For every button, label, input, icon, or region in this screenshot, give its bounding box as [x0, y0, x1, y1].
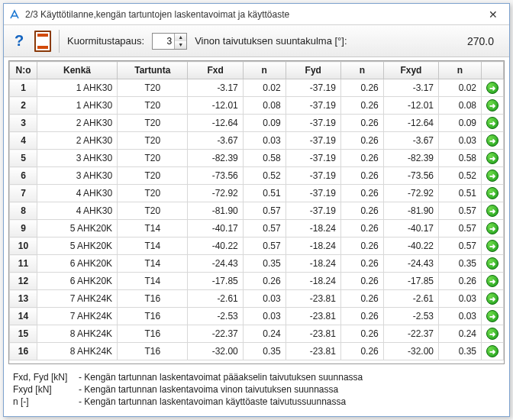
- cell: -37.19: [286, 132, 340, 150]
- cell: -2.53: [383, 308, 438, 325]
- divider: [59, 30, 60, 53]
- cell: 11: [10, 255, 37, 273]
- cell: T14: [118, 237, 188, 255]
- results-grid[interactable]: N:oKenkäTartuntaFxdnFydnFxydn 11 AHK30T2…: [8, 60, 505, 364]
- cell: 2 AHK30: [37, 132, 118, 150]
- go-icon[interactable]: ➜: [486, 187, 498, 199]
- table-row[interactable]: 158 AHK24KT16-22.370.24-23.810.26-22.370…: [10, 325, 504, 343]
- cell: 0.57: [243, 202, 286, 220]
- row-action-cell: ➜: [482, 255, 504, 273]
- cell: T20: [118, 167, 188, 185]
- col-header[interactable]: n: [439, 62, 482, 79]
- cell: -2.61: [188, 290, 243, 308]
- cell: T14: [118, 220, 188, 237]
- cell: 0.26: [340, 290, 383, 308]
- go-icon[interactable]: ➜: [486, 82, 498, 94]
- cell: T16: [118, 290, 188, 308]
- cell: 14: [10, 308, 37, 325]
- row-action-cell: ➜: [482, 185, 504, 202]
- cell: -82.39: [383, 150, 438, 167]
- cell: -32.00: [383, 343, 438, 360]
- cell: T20: [118, 202, 188, 220]
- go-icon[interactable]: ➜: [486, 328, 498, 340]
- row-action-cell: ➜: [482, 167, 504, 185]
- load-case-input[interactable]: [153, 34, 174, 49]
- cell: T20: [118, 132, 188, 150]
- cell: 0.35: [243, 343, 286, 360]
- cell: -37.19: [286, 202, 340, 220]
- go-icon[interactable]: ➜: [486, 310, 498, 322]
- spinner-up-icon[interactable]: ▲: [175, 34, 186, 41]
- go-icon[interactable]: ➜: [486, 117, 498, 129]
- row-action-cell: ➜: [482, 343, 504, 360]
- go-icon[interactable]: ➜: [486, 345, 498, 357]
- row-action-cell: ➜: [482, 237, 504, 255]
- go-icon[interactable]: ➜: [486, 222, 498, 234]
- go-icon[interactable]: ➜: [486, 292, 498, 305]
- col-header[interactable]: Kenkä: [37, 62, 118, 79]
- table-row[interactable]: 74 AHK30T20-72.920.51-37.190.26-72.920.5…: [10, 185, 504, 202]
- table-row[interactable]: 147 AHK24KT16-2.530.03-23.810.26-2.530.0…: [10, 308, 504, 325]
- cell: 2 AHK30: [37, 115, 118, 132]
- col-header[interactable]: N:o: [10, 62, 37, 79]
- table-row[interactable]: 53 AHK30T20-82.390.58-37.190.26-82.390.5…: [10, 150, 504, 167]
- legend-key: Fxyd [kN]: [13, 384, 74, 395]
- go-icon[interactable]: ➜: [486, 205, 498, 217]
- cell: 0.26: [340, 115, 383, 132]
- cell: 0.26: [340, 202, 383, 220]
- col-header[interactable]: n: [243, 62, 286, 79]
- table-row[interactable]: 11 AHK30T20-3.170.02-37.190.26-3.170.02➜: [10, 79, 504, 97]
- col-header[interactable]: Tartunta: [118, 62, 188, 79]
- cell: 0.57: [439, 202, 482, 220]
- col-header[interactable]: Fxyd: [383, 62, 438, 79]
- cell: 3 AHK30: [37, 150, 118, 167]
- cell: 4 AHK30: [37, 202, 118, 220]
- cell: -73.56: [188, 167, 243, 185]
- table-row[interactable]: 105 AHK20KT14-40.220.57-18.240.26-40.220…: [10, 237, 504, 255]
- table-row[interactable]: 137 AHK24KT16-2.610.03-23.810.26-2.610.0…: [10, 290, 504, 308]
- go-icon[interactable]: ➜: [486, 275, 498, 287]
- col-header[interactable]: Fyd: [286, 62, 340, 79]
- table-row[interactable]: 84 AHK30T20-81.900.57-37.190.26-81.900.5…: [10, 202, 504, 220]
- app-icon: [8, 8, 21, 21]
- go-icon[interactable]: ➜: [486, 257, 498, 270]
- cell: 0.03: [243, 290, 286, 308]
- table-row[interactable]: 21 AHK30T20-12.010.08-37.190.26-12.010.0…: [10, 97, 504, 115]
- col-header[interactable]: [482, 62, 504, 79]
- cell: 0.08: [243, 97, 286, 115]
- row-action-cell: ➜: [482, 290, 504, 308]
- cell: -3.67: [188, 132, 243, 150]
- table-row[interactable]: 42 AHK30T20-3.670.03-37.190.26-3.670.03➜: [10, 132, 504, 150]
- table-row[interactable]: 32 AHK30T20-12.640.09-37.190.26-12.640.0…: [10, 115, 504, 132]
- column-icon[interactable]: [34, 31, 51, 52]
- go-icon[interactable]: ➜: [486, 134, 498, 147]
- row-action-cell: ➜: [482, 273, 504, 290]
- table-row[interactable]: 95 AHK20KT14-40.170.57-18.240.26-40.170.…: [10, 220, 504, 237]
- cell: -37.19: [286, 185, 340, 202]
- cell: 0.35: [243, 255, 286, 273]
- table-row[interactable]: 116 AHK20KT14-24.430.35-18.240.26-24.430…: [10, 255, 504, 273]
- go-icon[interactable]: ➜: [486, 152, 498, 164]
- col-header[interactable]: n: [340, 62, 383, 79]
- go-icon[interactable]: ➜: [486, 170, 498, 182]
- row-action-cell: ➜: [482, 308, 504, 325]
- cell: -40.22: [188, 237, 243, 255]
- col-header[interactable]: Fxd: [188, 62, 243, 79]
- cell: -17.85: [383, 273, 438, 290]
- table-row[interactable]: 63 AHK30T20-73.560.52-37.190.26-73.560.5…: [10, 167, 504, 185]
- cell: -18.24: [286, 220, 340, 237]
- table-row[interactable]: 126 AHK20KT14-17.850.26-18.240.26-17.850…: [10, 273, 504, 290]
- load-case-spinner[interactable]: ▲ ▼: [152, 33, 187, 50]
- go-icon[interactable]: ➜: [486, 99, 498, 111]
- table-row[interactable]: 168 AHK24KT16-32.000.35-23.810.26-32.000…: [10, 343, 504, 360]
- cell: -37.19: [286, 150, 340, 167]
- close-icon[interactable]: ✕: [482, 6, 505, 23]
- spinner-down-icon[interactable]: ▼: [175, 41, 186, 49]
- go-icon[interactable]: ➜: [486, 240, 498, 252]
- cell: T20: [118, 97, 188, 115]
- cell: T16: [118, 325, 188, 343]
- row-action-cell: ➜: [482, 115, 504, 132]
- cell: 3: [10, 115, 37, 132]
- cell: -73.56: [383, 167, 438, 185]
- help-icon[interactable]: ?: [11, 32, 27, 50]
